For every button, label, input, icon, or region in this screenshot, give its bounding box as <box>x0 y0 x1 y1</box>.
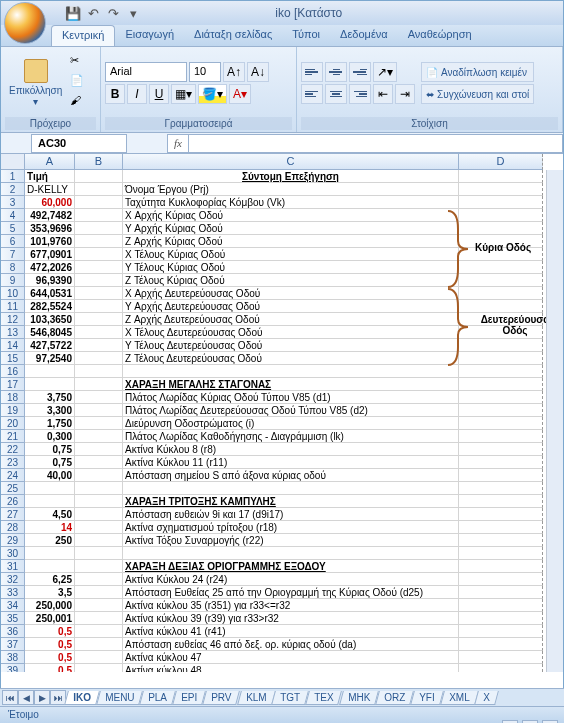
sheet-tab[interactable]: TEX <box>305 691 342 705</box>
worksheet-grid[interactable]: A B C D 12345678910111213141516171819202… <box>1 154 563 672</box>
cell[interactable] <box>459 638 543 651</box>
align-top-button[interactable] <box>301 62 323 82</box>
cell[interactable] <box>459 612 543 625</box>
cell[interactable] <box>75 456 123 469</box>
cell[interactable]: Όνομα Έργου (Prj) <box>123 183 459 196</box>
row-header[interactable]: 38 <box>1 651 25 664</box>
row-header[interactable]: 21 <box>1 430 25 443</box>
cell[interactable] <box>75 326 123 339</box>
sheet-nav-prev[interactable]: ◀ <box>18 690 34 705</box>
cell[interactable] <box>75 404 123 417</box>
row-header[interactable]: 16 <box>1 365 25 378</box>
cell[interactable] <box>75 300 123 313</box>
row-header[interactable]: 22 <box>1 443 25 456</box>
cell[interactable]: 546,8045 <box>25 326 75 339</box>
row-header[interactable]: 27 <box>1 508 25 521</box>
sheet-tab[interactable]: X <box>474 691 498 705</box>
cell[interactable] <box>75 547 123 560</box>
tab-layout[interactable]: Διάταξη σελίδας <box>184 25 282 46</box>
cell[interactable]: 492,7482 <box>25 209 75 222</box>
borders-button[interactable]: ▦▾ <box>171 84 196 104</box>
row-header[interactable]: 17 <box>1 378 25 391</box>
cell[interactable] <box>75 235 123 248</box>
row-header[interactable]: 23 <box>1 456 25 469</box>
cell[interactable] <box>459 469 543 482</box>
cell[interactable] <box>75 391 123 404</box>
cell[interactable]: Διεύρυνση Οδοστρώματος (i) <box>123 417 459 430</box>
row-header[interactable]: 18 <box>1 391 25 404</box>
row-header[interactable]: 39 <box>1 664 25 672</box>
tab-formulas[interactable]: Τύποι <box>282 25 330 46</box>
cell[interactable] <box>459 534 543 547</box>
row-header[interactable]: 32 <box>1 573 25 586</box>
sheet-nav-next[interactable]: ▶ <box>34 690 50 705</box>
align-left-button[interactable] <box>301 84 323 104</box>
sheet-tab[interactable]: KLM <box>237 691 275 705</box>
row-header[interactable]: 28 <box>1 521 25 534</box>
cell[interactable]: 250,001 <box>25 612 75 625</box>
cell[interactable]: Z Τέλους Δευτερεύουσας Οδού <box>123 352 459 365</box>
cell[interactable]: Ακτίνα κύκλου 48 <box>123 664 459 672</box>
row-header[interactable]: 1 <box>1 170 25 183</box>
col-header[interactable]: C <box>123 154 459 170</box>
cell[interactable] <box>459 287 543 300</box>
align-bottom-button[interactable] <box>349 62 371 82</box>
tab-data[interactable]: Δεδομένα <box>330 25 398 46</box>
cell[interactable]: 250 <box>25 534 75 547</box>
cell[interactable] <box>459 456 543 469</box>
cell[interactable]: Ακτίνα σχηματισμού τρίτοξου (r18) <box>123 521 459 534</box>
row-header[interactable]: 20 <box>1 417 25 430</box>
cell[interactable] <box>459 430 543 443</box>
bold-button[interactable]: B <box>105 84 125 104</box>
row-header[interactable]: 34 <box>1 599 25 612</box>
cell[interactable] <box>75 352 123 365</box>
row-header[interactable]: 9 <box>1 274 25 287</box>
cell[interactable]: X Αρχής Δευτερεύουσας Οδού <box>123 287 459 300</box>
cell[interactable] <box>123 365 459 378</box>
cell[interactable]: Τιμή <box>25 170 75 183</box>
cell[interactable]: Απόσταση ευθείας 46 από δεξ. ορ. κύριας … <box>123 638 459 651</box>
office-button[interactable] <box>4 2 46 44</box>
undo-icon[interactable]: ↶ <box>85 5 101 21</box>
row-header[interactable]: 3 <box>1 196 25 209</box>
format-painter-icon[interactable]: 🖌 <box>70 94 88 112</box>
cell[interactable]: Πλάτος Λωρίδας Κύριας Οδού Τύπου V85 (d1… <box>123 391 459 404</box>
cell[interactable]: Πλάτος Λωρίδας Δευτερεύουσας Οδού Τύπου … <box>123 404 459 417</box>
italic-button[interactable]: I <box>127 84 147 104</box>
row-header[interactable]: 4 <box>1 209 25 222</box>
cell[interactable] <box>75 625 123 638</box>
tab-review[interactable]: Αναθεώρηση <box>398 25 482 46</box>
cell[interactable]: 1,750 <box>25 417 75 430</box>
decrease-indent-button[interactable]: ⇤ <box>373 84 393 104</box>
cell[interactable] <box>75 573 123 586</box>
cell[interactable]: 0,75 <box>25 456 75 469</box>
cell[interactable] <box>459 209 543 222</box>
row-header[interactable]: 6 <box>1 235 25 248</box>
cell[interactable]: Απόσταση σημείου S από άξονα κύριας οδού <box>123 469 459 482</box>
cell[interactable]: Ακτίνα κύκλου 41 (r41) <box>123 625 459 638</box>
row-header[interactable]: 15 <box>1 352 25 365</box>
cell[interactable]: 0,5 <box>25 651 75 664</box>
cell[interactable] <box>459 443 543 456</box>
cell[interactable]: D-KELLY <box>25 183 75 196</box>
align-center-button[interactable] <box>325 84 347 104</box>
cell[interactable]: X Τέλους Δευτερεύουσας Οδού <box>123 326 459 339</box>
cell[interactable]: Y Τέλους Δευτερεύουσας Οδού <box>123 339 459 352</box>
vertical-scrollbar[interactable] <box>546 170 563 672</box>
cell[interactable] <box>75 261 123 274</box>
cell[interactable] <box>75 222 123 235</box>
underline-button[interactable]: U <box>149 84 169 104</box>
cell[interactable] <box>25 560 75 573</box>
redo-icon[interactable]: ↷ <box>105 5 121 21</box>
row-header[interactable]: 7 <box>1 248 25 261</box>
align-right-button[interactable] <box>349 84 371 104</box>
cell[interactable]: Ακτίνα Κύκλου 8 (r8) <box>123 443 459 456</box>
cell[interactable]: Ακτίνα κύκλου 35 (r351) για r33<=r32 <box>123 599 459 612</box>
row-header[interactable]: 8 <box>1 261 25 274</box>
cell[interactable] <box>459 300 543 313</box>
cell[interactable] <box>459 599 543 612</box>
cell[interactable]: 282,5524 <box>25 300 75 313</box>
sheet-tab[interactable]: MHK <box>339 691 379 705</box>
row-header[interactable]: 2 <box>1 183 25 196</box>
row-header[interactable]: 29 <box>1 534 25 547</box>
